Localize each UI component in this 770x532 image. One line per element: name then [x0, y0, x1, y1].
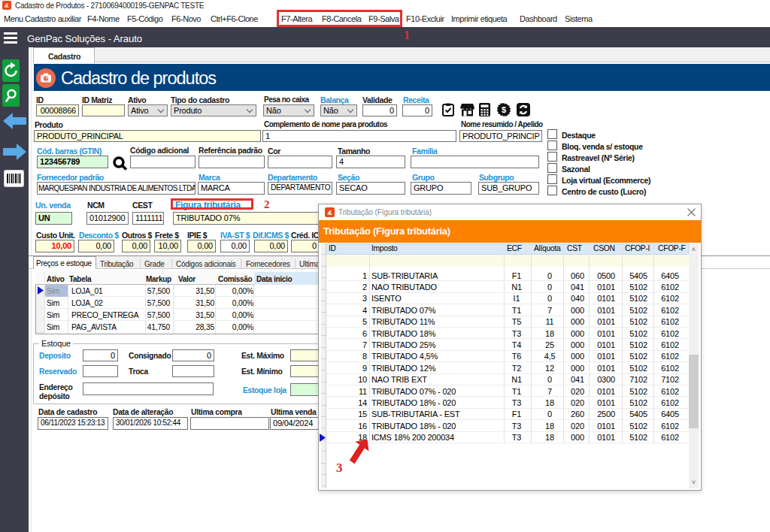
svg-text:$: $ [502, 105, 506, 114]
